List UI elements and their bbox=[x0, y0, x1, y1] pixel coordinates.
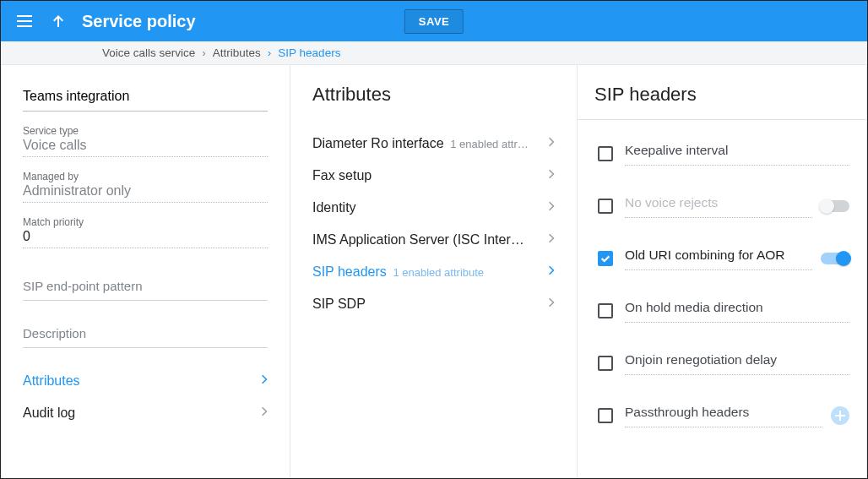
sip-headers-panel: SIP headers Keepalive intervalNo voice r… bbox=[578, 65, 867, 478]
attribute-sublabel: 1 enabled attribute bbox=[390, 266, 484, 279]
attribute-item[interactable]: Diameter Ro interface 1 enabled attr… bbox=[290, 128, 577, 160]
sidebar-panel: Service type Voice calls Managed by Admi… bbox=[1, 65, 290, 478]
sip-endpoint-pattern-input[interactable]: SIP end-point pattern bbox=[23, 272, 268, 301]
hamburger-icon bbox=[17, 15, 32, 27]
breadcrumb-item-active[interactable]: SIP headers bbox=[278, 46, 340, 59]
attribute-label: IMS Application Server (ISC Inter… bbox=[312, 232, 524, 248]
field-label: Match priority bbox=[23, 216, 268, 228]
sip-header-label[interactable]: Keepalive interval bbox=[625, 143, 849, 166]
field-label: Managed by bbox=[23, 171, 268, 182]
attribute-item[interactable]: IMS Application Server (ISC Inter… bbox=[290, 224, 577, 256]
checkbox[interactable] bbox=[598, 408, 613, 423]
sip-header-item: No voice rejects bbox=[598, 181, 849, 225]
checkbox[interactable] bbox=[598, 356, 613, 371]
checkbox[interactable] bbox=[598, 251, 613, 266]
field-managed-by: Managed by Administrator only bbox=[23, 171, 268, 203]
panel-title: SIP headers bbox=[578, 80, 866, 120]
chevron-right-icon bbox=[261, 406, 268, 421]
menu-button[interactable] bbox=[8, 4, 41, 38]
page-title: Service policy bbox=[82, 12, 196, 31]
save-button[interactable]: SAVE bbox=[404, 9, 464, 34]
sidebar-item-label: Audit log bbox=[23, 406, 75, 421]
plus-icon bbox=[835, 411, 845, 421]
checkbox[interactable] bbox=[598, 146, 613, 161]
chevron-right-icon bbox=[548, 168, 555, 183]
attributes-panel: Attributes Diameter Ro interface 1 enabl… bbox=[290, 65, 578, 478]
checkbox[interactable] bbox=[598, 303, 613, 318]
sidebar-item-label: Attributes bbox=[23, 373, 80, 389]
attribute-label: Diameter Ro interface 1 enabled attr… bbox=[312, 136, 529, 151]
attribute-item[interactable]: Identity bbox=[290, 192, 577, 224]
match-priority-input[interactable]: 0 bbox=[23, 228, 268, 248]
sip-header-item: Old URI combining for AOR bbox=[598, 233, 849, 277]
chevron-right-icon bbox=[548, 232, 555, 248]
sip-header-label[interactable]: On hold media direction bbox=[625, 300, 849, 323]
sip-header-label[interactable]: Old URI combining for AOR bbox=[625, 248, 812, 270]
field-label: Service type bbox=[23, 125, 268, 137]
attribute-item[interactable]: SIP headers 1 enabled attribute bbox=[290, 256, 577, 288]
add-button[interactable] bbox=[831, 406, 849, 425]
breadcrumb: Voice calls service › Attributes › SIP h… bbox=[1, 41, 867, 65]
panel-title: Attributes bbox=[290, 80, 577, 109]
sip-header-item: Keepalive interval bbox=[598, 128, 849, 172]
chevron-right-icon bbox=[548, 297, 555, 312]
content-columns: Service type Voice calls Managed by Admi… bbox=[1, 65, 867, 478]
attribute-label: Fax setup bbox=[312, 168, 372, 183]
chevron-right-icon bbox=[548, 200, 555, 215]
chevron-right-icon: › bbox=[202, 46, 206, 59]
sip-header-label[interactable]: No voice rejects bbox=[625, 195, 812, 218]
attributes-list: Diameter Ro interface 1 enabled attr…Fax… bbox=[290, 128, 577, 320]
chevron-right-icon bbox=[261, 373, 268, 389]
attribute-sublabel: 1 enabled attr… bbox=[448, 138, 529, 150]
checkbox[interactable] bbox=[598, 199, 613, 214]
breadcrumb-item[interactable]: Attributes bbox=[213, 46, 261, 59]
attribute-label: SIP SDP bbox=[312, 297, 366, 312]
arrow-up-icon bbox=[52, 14, 65, 28]
sidebar-item-attributes[interactable]: Attributes bbox=[23, 365, 268, 397]
field-match-priority: Match priority 0 bbox=[23, 216, 268, 248]
sip-header-label[interactable]: Passthrough headers bbox=[625, 405, 822, 427]
attribute-item[interactable]: Fax setup bbox=[290, 160, 577, 192]
attribute-item[interactable]: SIP SDP bbox=[290, 288, 577, 320]
attribute-label: Identity bbox=[312, 200, 356, 215]
description-input[interactable]: Description bbox=[23, 319, 268, 348]
sidebar-item-audit-log[interactable]: Audit log bbox=[23, 397, 268, 429]
breadcrumb-item[interactable]: Voice calls service bbox=[102, 46, 195, 59]
chevron-right-icon: › bbox=[268, 46, 272, 59]
field-value: Administrator only bbox=[23, 182, 268, 203]
sip-header-item: Onjoin renegotiation delay bbox=[598, 338, 849, 382]
sip-headers-list: Keepalive intervalNo voice rejectsOld UR… bbox=[578, 120, 866, 434]
toggle-switch[interactable] bbox=[821, 253, 849, 264]
chevron-right-icon bbox=[548, 264, 555, 280]
field-service-type: Service type Voice calls bbox=[23, 125, 268, 157]
app-header: Service policy SAVE bbox=[1, 1, 867, 41]
field-value: Voice calls bbox=[23, 137, 268, 157]
sip-header-label[interactable]: Onjoin renegotiation delay bbox=[625, 352, 849, 375]
sip-header-item: Passthrough headers bbox=[598, 390, 849, 434]
toggle-knob bbox=[819, 199, 834, 214]
sip-header-item: On hold media direction bbox=[598, 286, 849, 329]
toggle-switch[interactable] bbox=[821, 200, 849, 212]
toggle-knob bbox=[836, 251, 851, 266]
chevron-right-icon bbox=[548, 136, 555, 151]
back-button[interactable] bbox=[41, 4, 75, 38]
sidebar-nav: Attributes Audit log bbox=[23, 365, 268, 429]
policy-name-input[interactable] bbox=[23, 80, 268, 112]
attribute-label: SIP headers 1 enabled attribute bbox=[312, 264, 484, 280]
